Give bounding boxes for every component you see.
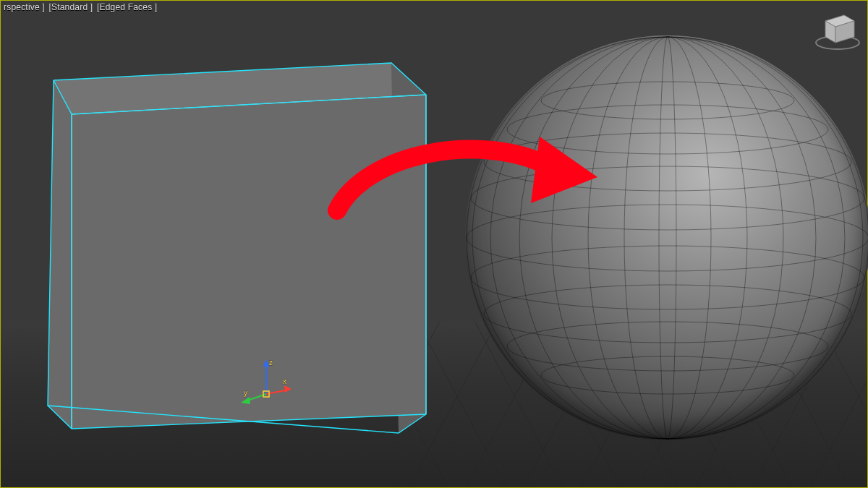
svg-point-19 <box>507 322 828 371</box>
viewport-label-edges[interactable]: [Edged Faces ] <box>97 2 158 12</box>
svg-point-25 <box>519 37 816 439</box>
svg-point-20 <box>541 356 794 394</box>
svg-point-17 <box>471 246 864 309</box>
svg-point-18 <box>484 285 851 343</box>
svg-marker-2 <box>48 80 72 429</box>
viewport-label-view[interactable]: rspective ] <box>4 2 45 12</box>
axis-label-z: z <box>269 359 273 367</box>
transform-gizmo[interactable]: z x y <box>241 356 292 407</box>
sphere-object[interactable] <box>465 35 868 440</box>
box-object[interactable] <box>30 38 448 440</box>
svg-point-16 <box>467 205 868 271</box>
svg-point-24 <box>552 37 783 439</box>
svg-marker-5 <box>263 359 269 367</box>
svg-point-26 <box>490 37 845 439</box>
svg-point-27 <box>472 37 863 439</box>
svg-point-11 <box>467 37 868 439</box>
axis-label-x: x <box>283 377 286 385</box>
svg-point-22 <box>624 37 711 439</box>
svg-point-14 <box>484 133 851 191</box>
perspective-viewport[interactable]: rspective ] [Standard ] [Edged Faces ] <box>0 0 868 488</box>
svg-point-12 <box>541 82 794 119</box>
viewcube-icon[interactable] <box>812 7 863 51</box>
svg-point-15 <box>471 166 864 230</box>
axis-label-y: y <box>244 389 247 397</box>
viewport-label[interactable]: rspective ] [Standard ] [Edged Faces ] <box>4 2 158 12</box>
svg-marker-9 <box>241 397 250 404</box>
sphere-wireframe <box>465 35 868 440</box>
svg-point-13 <box>507 105 828 154</box>
viewport-label-shading[interactable]: [Standard ] <box>48 2 93 12</box>
svg-point-21 <box>659 37 676 439</box>
svg-point-23 <box>588 37 747 439</box>
svg-marker-7 <box>284 385 292 393</box>
